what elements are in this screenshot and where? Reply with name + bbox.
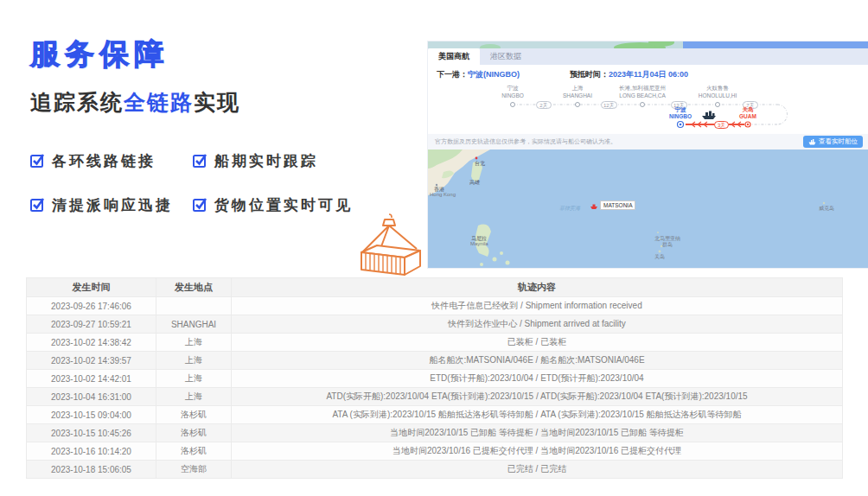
- event-place: [156, 297, 232, 315]
- checkbox-checked-icon: [30, 199, 44, 213]
- eta-label: 预抵时间：: [570, 69, 609, 80]
- map-top-sliver: [428, 41, 868, 48]
- event-content: 已装柜 / 已装柜: [232, 334, 843, 352]
- vessel-name-label: MATSONIA: [600, 200, 635, 210]
- event-place: 上海: [156, 370, 232, 388]
- container-crane-icon: [351, 213, 425, 280]
- event-time: 2023-10-18 15:06:05: [27, 461, 156, 479]
- segment-duration-badge: 2天: [536, 101, 552, 109]
- event-place: 上海: [156, 352, 232, 370]
- ship-icon: [808, 139, 816, 145]
- route-station: 长滩,加利福尼亚州LONG BEACH,CA: [601, 85, 684, 100]
- event-content: 船名船次:MATSONIA/046E / 船名船次:MATSONIA/046E: [232, 352, 843, 370]
- feature-list: 各环线路链接 船期实时跟踪 清提派响应迅捷 货物位置实时可见: [30, 151, 411, 215]
- event-time: 2023-10-15 10:45:26: [27, 424, 156, 442]
- route-station: 火奴鲁鲁HONOLULU,HI: [676, 85, 759, 100]
- table-row: 2023-10-02 14:38:42上海已装柜 / 已装柜: [27, 334, 843, 352]
- eta-value: 2023年11月04日 06:00: [609, 69, 688, 80]
- subtitle-suffix: 实现: [194, 90, 240, 114]
- route-prev-port: 关岛GUAM: [722, 106, 774, 121]
- event-content: 当地时间2023/10/16 已提柜交付代理 / 当地时间2023/10/16 …: [232, 442, 843, 461]
- event-time: 2023-10-16 10:14:20: [27, 442, 156, 461]
- checkbox-checked-icon: [193, 199, 207, 213]
- map-place-label: 群岛: [662, 241, 673, 249]
- live-position-button-label: 查看实时船位: [819, 137, 858, 146]
- event-time: 2023-10-02 14:38:42: [27, 334, 156, 352]
- disclaimer-text: 官方数据及历史轨迹信息仅供参考，实际情况请与船公司确认为准。: [435, 137, 616, 146]
- table-row: 2023-10-02 14:42:01上海ETD(预计开船):2023/10/0…: [27, 370, 843, 388]
- map-place-label: 台北: [475, 160, 485, 168]
- event-content: ATA (实际到港):2023/10/15 船舶抵达洛杉矶等待卸船 / ATA …: [232, 406, 843, 424]
- map-place-label: 关岛: [654, 253, 665, 261]
- table-row: 2023-10-15 09:04:00洛杉矶ATA (实际到港):2023/10…: [27, 406, 843, 424]
- tab-port-data[interactable]: 港区数据: [480, 48, 532, 65]
- disclaimer-bar: 官方数据及历史轨迹信息仅供参考，实际情况请与船公司确认为准。 查看实时船位: [428, 134, 868, 149]
- current-leg-duration-badge: 3天: [714, 121, 729, 129]
- page-title: 服务保障: [30, 35, 411, 74]
- ocean-map[interactable]: 台北高雄香港Hong Kong菲律宾海MATSONIA马尼拉Maynila北马里…: [428, 149, 868, 268]
- route-next-port: 宁波NINGBO: [654, 106, 706, 121]
- event-time: 2023-10-02 14:42:01: [27, 370, 156, 388]
- header-place: 发生地点: [156, 278, 232, 297]
- subtitle-prefix: 追踪系统: [30, 90, 124, 114]
- event-content: 快件到达作业中心 / Shipment arrived at facility: [232, 315, 843, 334]
- feature-label: 货物位置实时可见: [214, 195, 353, 215]
- event-place: 洛杉矶: [156, 424, 232, 442]
- event-time: 2023-09-27 10:59:21: [27, 315, 156, 334]
- feature-item: 各环线路链接: [30, 151, 193, 171]
- event-time: 2023-10-02 14:39:57: [27, 352, 156, 370]
- header-time: 发生时间: [27, 278, 156, 297]
- next-port-label: 下一港：: [437, 69, 468, 80]
- tracking-table-body: 2023-09-26 17:46:06快件电子信息已经收到 / Shipment…: [27, 297, 843, 479]
- event-place: 上海: [156, 388, 232, 406]
- next-port-value: 宁波(NINGBO): [468, 69, 520, 80]
- event-place: 洛杉矶: [156, 406, 232, 424]
- event-place: 上海: [156, 334, 232, 352]
- table-row: 2023-10-02 14:39:57上海船名船次:MATSONIA/046E …: [27, 352, 843, 370]
- map-labels: 台北高雄香港Hong Kong菲律宾海MATSONIA马尼拉Maynila北马里…: [428, 149, 868, 268]
- event-place: 洛杉矶: [156, 442, 232, 461]
- feature-label: 清提派响应迅捷: [52, 195, 173, 215]
- map-place-label: 高雄: [469, 179, 480, 187]
- event-content: 当地时间2023/10/15 已卸船 等待提柜 / 当地时间2023/10/15…: [232, 424, 843, 442]
- event-content: 已完结 / 已完结: [232, 461, 843, 479]
- checkbox-checked-icon: [30, 155, 44, 169]
- event-place: SHANGHAI: [156, 315, 232, 334]
- map-place-label: Hong Kong: [430, 192, 456, 197]
- event-content: ATD(实际开船):2023/10/04 ETA(预计到港):2023/10/1…: [232, 388, 843, 406]
- checkbox-checked-icon: [193, 155, 207, 169]
- page-subtitle: 追踪系统全链路实现: [30, 88, 411, 117]
- segment-duration-badge: 12天: [601, 101, 617, 109]
- feature-label: 船期实时跟踪: [214, 151, 318, 171]
- voyage-info-row: 下一港： 宁波(NINGBO) 预抵时间： 2023年11月04日 06:00: [428, 65, 868, 84]
- event-place: 空海部: [156, 461, 232, 479]
- table-row: 2023-10-16 10:14:20洛杉矶当地时间2023/10/16 已提柜…: [27, 442, 843, 461]
- table-header-row: 发生时间 发生地点 轨迹内容: [27, 278, 843, 297]
- feature-item: 船期实时跟踪: [193, 151, 411, 171]
- map-place-label: Maynila: [470, 241, 488, 246]
- tab-us-route[interactable]: 美国商航: [428, 48, 480, 65]
- event-time: 2023-10-15 09:04:00: [27, 406, 156, 424]
- table-row: 2023-09-27 10:59:21SHANGHAI快件到达作业中心 / Sh…: [27, 315, 843, 334]
- event-time: 2023-10-04 16:31:00: [27, 388, 156, 406]
- header-content: 轨迹内容: [232, 278, 843, 297]
- live-position-button[interactable]: 查看实时船位: [803, 136, 863, 148]
- tracker-tabbar: 美国商航 港区数据: [428, 48, 868, 65]
- feature-label: 各环线路链接: [52, 151, 156, 171]
- map-place-label: 威克岛: [819, 205, 834, 213]
- feature-item: 清提派响应迅捷: [30, 195, 193, 215]
- tracking-table: 发生时间 发生地点 轨迹内容 2023-09-26 17:46:06快件电子信息…: [26, 277, 843, 479]
- map-place-label: 菲律宾海: [559, 205, 580, 213]
- table-row: 2023-10-15 10:45:26洛杉矶当地时间2023/10/15 已卸船…: [27, 424, 843, 442]
- event-content: ETD(预计开船):2023/10/04 / ETD(预计开船):2023/10…: [232, 370, 843, 388]
- page: 服务保障 追踪系统全链路实现 各环线路链接 船期实时跟踪 清提派响应迅捷: [0, 0, 868, 496]
- event-content: 快件电子信息已经收到 / Shipment information receiv…: [232, 297, 843, 315]
- tracking-widget: 美国商航 港区数据 下一港： 宁波(NINGBO) 预抵时间： 2023年11月…: [428, 41, 868, 268]
- table-row: 2023-10-18 15:06:05空海部已完结 / 已完结: [27, 461, 843, 479]
- hero-section: 服务保障 追踪系统全链路实现 各环线路链接 船期实时跟踪 清提派响应迅捷: [30, 35, 411, 215]
- subtitle-highlight: 全链路: [124, 90, 194, 114]
- route-diagram: 宁波NINGBO 上海SHANGHAI 长滩,加利福尼亚州LONG BEACH,…: [428, 84, 868, 134]
- table-row: 2023-10-04 16:31:00上海ATD(实际开船):2023/10/0…: [27, 388, 843, 406]
- event-time: 2023-09-26 17:46:06: [27, 297, 156, 315]
- table-row: 2023-09-26 17:46:06快件电子信息已经收到 / Shipment…: [27, 297, 843, 315]
